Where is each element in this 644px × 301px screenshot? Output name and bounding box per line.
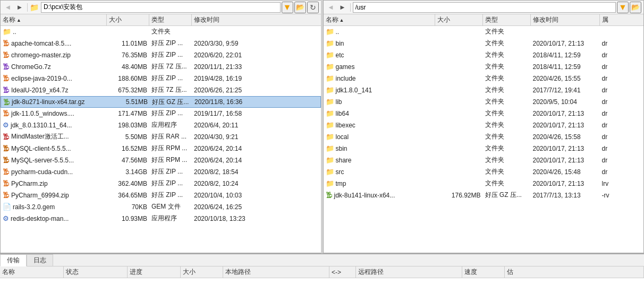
table-row[interactable]: 📁share文件夹2020/10/17, 21:13dr — [324, 154, 644, 166]
table-row[interactable]: 📁libexec文件夹2020/10/17, 21:13dr — [324, 119, 644, 131]
table-row[interactable]: 📁games文件夹2018/4/11, 12:59dr — [324, 61, 644, 73]
table-row[interactable]: 📁jdk1.8.0_141文件夹2017/7/12, 19:41dr — [324, 84, 644, 96]
left-folder-btn[interactable]: 📂 — [294, 2, 306, 13]
table-row[interactable]: 📁lib文件夹2020/9/5, 10:04dr — [324, 96, 644, 108]
right-col-attr[interactable]: 属 — [600, 14, 621, 25]
file-type-cell: 好压 7Z 压... — [149, 85, 192, 94]
file-name-cell: 🗜jdk-11.0.5_windows.... — [1, 109, 107, 117]
right-col-name[interactable]: 名称 ▲ — [324, 14, 435, 25]
file-mtime-cell: 2019/4/28, 16:19 — [192, 75, 261, 82]
table-row[interactable]: 🗜IdealU-2019_x64.7z675.32MB好压 7Z 压...202… — [1, 84, 321, 96]
file-mtime-cell: 2020/10/18, 13:23 — [192, 215, 261, 222]
right-file-list[interactable]: 📁..文件夹📁bin文件夹2020/10/17, 21:13dr📁etc文件夹2… — [324, 26, 644, 253]
file-type-cell: 文件夹 — [483, 156, 531, 165]
table-row[interactable]: 📁src文件夹2020/4/26, 15:48dr — [324, 166, 644, 178]
file-attr-cell: -rv — [600, 192, 621, 199]
file-mtime-cell: 2020/9/5, 10:04 — [531, 98, 600, 106]
file-name-cell: 📁lib — [324, 98, 435, 106]
file-name-cell: 🗜apache-tomcat-8.5.... — [1, 39, 107, 47]
file-mtime-cell: 2019/11/7, 16:58 — [192, 110, 261, 117]
table-row[interactable]: 📁local文件夹2020/4/26, 15:58dr — [324, 131, 644, 143]
right-path-input[interactable] — [353, 2, 616, 13]
left-col-mtime[interactable]: 修改时间 — [192, 14, 261, 25]
table-row[interactable]: ⚙jdk_8.0.1310.11_64...198.03MB应用程序2020/6… — [1, 119, 321, 131]
file-mtime-cell: 2020/4/26, 15:48 — [531, 168, 600, 176]
right-col-mtime[interactable]: 修改时间 — [531, 14, 600, 25]
table-row[interactable]: 📁etc文件夹2018/4/11, 12:59dr — [324, 49, 644, 61]
table-row[interactable]: 🗜jdk-11.0.5_windows....171.47MB好压 ZIP ..… — [1, 108, 321, 119]
bt-col-localpath: 本地路径 — [223, 266, 329, 278]
left-col-size[interactable]: 大小 — [107, 14, 149, 25]
table-row[interactable]: 🗜apache-tomcat-8.5....11.01MB好压 ZIP ...2… — [1, 38, 321, 49]
table-row[interactable]: 🗜ChromeGo.7z48.40MB好压 7Z 压...2020/11/1, … — [1, 61, 321, 73]
left-file-list[interactable]: 📁..文件夹🗜apache-tomcat-8.5....11.01MB好压 ZI… — [1, 26, 321, 253]
tab-transfer[interactable]: 传输 — [0, 254, 27, 266]
file-size-cell: 70KB — [107, 203, 149, 211]
file-name-cell: 🗜chromego-master.zip — [1, 51, 107, 59]
right-forward-btn[interactable]: ► — [337, 2, 348, 13]
file-mtime-cell: 2020/4/30, 9:21 — [192, 133, 261, 141]
file-mtime-cell: 2020/6/26, 21:25 — [192, 87, 261, 94]
tab-log[interactable]: 日志 — [27, 254, 53, 266]
left-col-type[interactable]: 类型 — [149, 14, 192, 25]
file-name-cell: ⚙jdk_8.0.1310.11_64... — [1, 121, 107, 129]
file-attr-cell: dr — [600, 122, 621, 129]
bt-col-name: 名称 — [0, 266, 64, 278]
file-type-cell: 好压 ZIP ... — [149, 39, 192, 48]
file-mtime-cell: 2020/8/2, 18:54 — [192, 168, 261, 176]
file-attr-cell: dr — [600, 145, 621, 152]
bt-col-speed: 速度 — [462, 266, 505, 278]
table-row[interactable]: 🗜pycharm-cuda-cudn...3.14GB好压 ZIP ...202… — [1, 166, 321, 178]
table-row[interactable]: 📁tmp文件夹2020/10/17, 21:13lrv — [324, 178, 644, 190]
file-mtime-cell: 2020/10/17, 21:13 — [531, 110, 600, 117]
right-sort-arrow: ▲ — [340, 18, 344, 23]
table-row[interactable]: ⚙redis-desktop-man...10.93MB应用程序2020/10/… — [1, 213, 321, 225]
left-back-btn[interactable]: ◄ — [3, 2, 13, 13]
table-row[interactable]: 🗜MySQL-client-5.5.5...16.52MB好压 RPM ...2… — [1, 143, 321, 154]
file-size-cell: 11.01MB — [107, 40, 149, 47]
file-name-cell: 📁tmp — [324, 179, 435, 187]
left-forward-btn[interactable]: ► — [14, 2, 25, 13]
file-type-cell: 文件夹 — [483, 121, 531, 130]
table-row[interactable]: 📁..文件夹 — [324, 26, 644, 38]
table-row[interactable]: 📁include文件夹2020/4/26, 15:55dr — [324, 73, 644, 84]
table-row[interactable]: 📁lib64文件夹2020/10/17, 21:13dr — [324, 108, 644, 119]
table-row[interactable]: 🗜chromego-master.zip76.35MB好压 ZIP ...202… — [1, 49, 321, 61]
file-attr-cell: dr — [600, 157, 621, 164]
table-row[interactable]: 📁bin文件夹2020/10/17, 21:13dr — [324, 38, 644, 49]
table-row[interactable]: 🗜jdk-8u271-linux-x64.tar.gz5.51MB好压 GZ 压… — [1, 96, 321, 108]
table-row[interactable]: 🗜PyCharm.zip362.40MB好压 ZIP ...2020/8/2, … — [1, 178, 321, 190]
right-folder-btn[interactable]: 📂 — [630, 2, 641, 13]
table-row[interactable]: 🗜MySQL-server-5.5.5...47.56MB好压 RPM ...2… — [1, 154, 321, 166]
table-row[interactable]: 📁sbin文件夹2020/10/17, 21:13dr — [324, 143, 644, 154]
file-name-cell: 📁bin — [324, 39, 435, 47]
file-type-cell: 文件夹 — [149, 27, 192, 36]
bt-col-remotepath: 远程路径 — [356, 266, 462, 278]
right-dropdown-btn[interactable]: ▼ — [617, 2, 629, 13]
left-bookmark-btn[interactable]: ▼ — [282, 2, 293, 13]
file-type-cell: 好压 ZIP ... — [149, 179, 192, 188]
table-row[interactable]: 📁..文件夹 — [1, 26, 321, 38]
file-attr-cell: dr — [600, 87, 621, 94]
file-mtime-cell: 2018/4/11, 12:59 — [531, 51, 600, 59]
table-row[interactable]: 🗜eclipse-java-2019-0...188.60MB好压 ZIP ..… — [1, 73, 321, 84]
bottom-tabs: 传输 日志 — [0, 254, 644, 266]
left-refresh-btn[interactable]: ↻ — [307, 2, 319, 13]
table-row[interactable]: 🗜MindMaster激活工...5.50MB好压 RAR ...2020/4/… — [1, 131, 321, 143]
file-name-cell: 📁libexec — [324, 121, 435, 129]
right-col-header: 名称 ▲ 大小 类型 修改时间 属 — [324, 14, 644, 26]
right-col-size[interactable]: 大小 — [435, 14, 483, 25]
file-mtime-cell: 2020/10/17, 21:13 — [531, 145, 600, 152]
right-back-btn[interactable]: ◄ — [326, 2, 336, 13]
table-row[interactable]: 📄rails-3.2.0.gem70KBGEM 文件2020/6/24, 16:… — [1, 201, 321, 213]
table-row[interactable]: 🗜PyCharm_69994.zip364.65MB好压 ZIP ...2020… — [1, 190, 321, 201]
left-col-name[interactable]: 名称 ▲ — [1, 14, 107, 25]
table-row[interactable]: 🗜jdk-8u141-linux-x64...176.92MB好压 GZ 压..… — [324, 190, 644, 201]
left-path-input[interactable] — [41, 2, 281, 13]
file-name-cell: 🗜PyCharm.zip — [1, 179, 107, 187]
file-name-cell: 📁.. — [1, 28, 107, 36]
right-col-type[interactable]: 类型 — [483, 14, 531, 25]
file-size-cell: 10.93MB — [107, 215, 149, 222]
file-mtime-cell: 2020/4/26, 15:55 — [531, 75, 600, 82]
file-size-cell: 47.56MB — [107, 157, 149, 164]
